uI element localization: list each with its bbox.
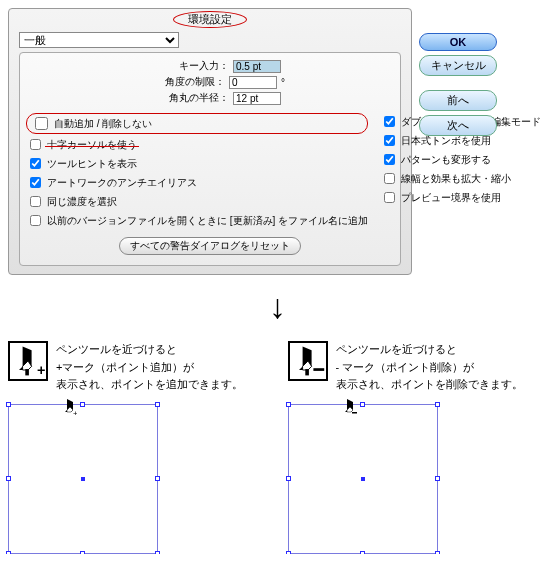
label-corner-radius: 角丸の半径： (139, 91, 229, 105)
checkbox-same-density[interactable] (30, 196, 41, 207)
field-angle-limit: 角度の制限： ° (135, 75, 285, 89)
examples-row: + ペンツールを近づけると +マーク（ポイント追加）が 表示され、ポイントを追加… (8, 341, 547, 554)
example-del-text: ペンツールを近づけると - マーク（ポイント削除）が 表示され、ポイントを削除で… (336, 341, 523, 394)
svg-text:+: + (73, 409, 77, 417)
field-corner-radius: 角丸の半径： (139, 91, 281, 105)
chk-tooltips: ツールヒントを表示 (26, 155, 368, 172)
chk-pattern-transform: パターンも変形する (380, 151, 541, 168)
checkbox-preview-bounds[interactable] (384, 192, 395, 203)
text-line: ペンツールを近づけると (56, 341, 243, 359)
chk-cross-cursor: 十字カーソルを使う (26, 136, 368, 153)
text-line: - マーク（ポイント削除）が (336, 359, 523, 377)
checkbox-scale-stroke[interactable] (384, 173, 395, 184)
pen-delete-icon (288, 341, 328, 381)
pen-cursor-del-icon (341, 399, 357, 419)
checkbox-col-left: 自動追加 / 削除しない 十字カーソルを使う ツールヒントを表示 アートワークの… (26, 113, 368, 229)
text-line: 表示され、ポイントを削除できます。 (336, 376, 523, 394)
spacer (419, 80, 497, 86)
checkbox-columns: 自動追加 / 削除しない 十字カーソルを使う ツールヒントを表示 アートワークの… (26, 113, 394, 229)
chk-scale-stroke: 線幅と効果も拡大・縮小 (380, 170, 541, 187)
section-dropdown[interactable]: 一般 (19, 32, 179, 48)
reset-row: すべての警告ダイアログをリセット (26, 237, 394, 255)
selection-rect-del (288, 404, 438, 554)
checkbox-pattern-transform[interactable] (384, 154, 395, 165)
checkbox-label: パターンも変形する (401, 153, 491, 167)
label-angle-limit: 角度の制限： (135, 75, 225, 89)
input-angle-limit[interactable] (229, 76, 277, 89)
checkbox-dblclick-edit[interactable] (384, 116, 395, 127)
preferences-dialog: 環境設定 一般 キー入力： 角度の制限： ° 角丸の半径： (8, 8, 412, 275)
checkbox-label: 十字カーソルを使う (47, 138, 137, 152)
chk-auto-add-delete: 自動追加 / 削除しない (26, 113, 368, 134)
svg-rect-3 (305, 369, 309, 375)
chk-antialias: アートワークのアンチエイリアス (26, 174, 368, 191)
input-corner-radius[interactable] (233, 92, 281, 105)
checkbox-auto-add-delete[interactable] (35, 117, 48, 130)
chk-same-density: 同じ濃度を選択 (26, 193, 368, 210)
checkbox-tooltips[interactable] (30, 158, 41, 169)
checkbox-cross-cursor[interactable] (30, 139, 41, 150)
input-key-input[interactable] (233, 60, 281, 73)
example-add: + ペンツールを近づけると +マーク（ポイント追加）が 表示され、ポイントを追加… (8, 341, 268, 554)
general-group: キー入力： 角度の制限： ° 角丸の半径： 自動追加 / 削除しない (19, 52, 401, 266)
svg-rect-0 (25, 369, 29, 375)
example-add-text: ペンツールを近づけると +マーク（ポイント追加）が 表示され、ポイントを追加でき… (56, 341, 243, 394)
next-button[interactable]: 次へ (419, 115, 497, 136)
reset-warnings-button[interactable]: すべての警告ダイアログをリセット (119, 237, 301, 255)
down-arrow-icon: ↓ (0, 289, 555, 323)
section-select-row: 一般 (19, 32, 401, 48)
checkbox-legacy-filename[interactable] (30, 215, 41, 226)
checkbox-label: 線幅と効果も拡大・縮小 (401, 172, 511, 186)
selection-rect-add: + (8, 404, 158, 554)
checkbox-label: ツールヒントを表示 (47, 157, 137, 171)
cancel-button[interactable]: キャンセル (419, 55, 497, 76)
pen-add-icon: + (8, 341, 48, 381)
checkbox-label: プレビュー境界を使用 (401, 191, 501, 205)
example-del: ペンツールを近づけると - マーク（ポイント削除）が 表示され、ポイントを削除で… (288, 341, 548, 554)
ok-button[interactable]: OK (419, 33, 497, 51)
checkbox-label: 自動追加 / 削除しない (54, 117, 152, 131)
svg-text:+: + (37, 362, 45, 378)
checkbox-label: 以前のバージョンファイルを開くときに [更新済み] をファイル名に追加 (47, 214, 368, 228)
svg-rect-4 (313, 368, 324, 371)
checkbox-label: 同じ濃度を選択 (47, 195, 117, 209)
dialog-title: 環境設定 (173, 11, 247, 28)
svg-rect-5 (352, 412, 357, 414)
pen-cursor-add-icon: + (61, 399, 77, 419)
chk-preview-bounds: プレビュー境界を使用 (380, 189, 541, 206)
dialog-buttons: OK キャンセル 前へ 次へ (419, 33, 497, 136)
field-key-input: キー入力： (139, 59, 281, 73)
chk-legacy-filename: 以前のバージョンファイルを開くときに [更新済み] をファイル名に追加 (26, 212, 368, 229)
text-line: +マーク（ポイント追加）が (56, 359, 243, 377)
dialog-title-row: 環境設定 (9, 9, 411, 30)
text-line: ペンツールを近づけると (336, 341, 523, 359)
checkbox-jp-crop[interactable] (384, 135, 395, 146)
prev-button[interactable]: 前へ (419, 90, 497, 111)
checkbox-antialias[interactable] (30, 177, 41, 188)
label-key-input: キー入力： (139, 59, 229, 73)
text-line: 表示され、ポイントを追加できます。 (56, 376, 243, 394)
unit-angle-limit: ° (281, 77, 285, 88)
checkbox-label: アートワークのアンチエイリアス (47, 176, 197, 190)
